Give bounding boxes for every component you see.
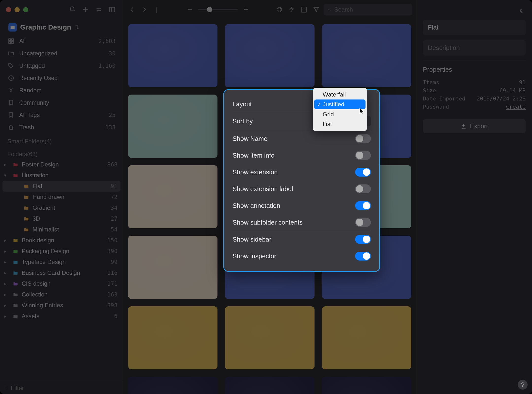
description-input[interactable]: Description: [423, 40, 526, 56]
zoom-slider[interactable]: [185, 5, 251, 15]
nav-all[interactable]: All2,603: [2, 35, 120, 47]
folder-icon: [12, 162, 19, 167]
subfolder-row[interactable]: 3D27: [2, 213, 120, 224]
folder-row[interactable]: ▸Typeface Design99: [2, 257, 120, 267]
toggle-label: Show extension: [233, 168, 278, 176]
subfolder-row[interactable]: Minimalist54: [2, 224, 120, 235]
bell-icon[interactable]: [67, 5, 77, 15]
layout-option[interactable]: Waterfall: [314, 90, 366, 99]
folder-row[interactable]: ▸Winning Entries398: [2, 300, 120, 311]
toggle-switch[interactable]: [355, 235, 371, 244]
fullscreen-window[interactable]: [23, 7, 28, 12]
folders-header[interactable]: Folders(63): [2, 146, 120, 159]
layout-icon[interactable]: [299, 5, 309, 15]
plus-icon[interactable]: [81, 5, 90, 15]
subfolder-row[interactable]: Flat91: [2, 181, 120, 192]
disclosure-icon[interactable]: ▾: [4, 172, 9, 178]
nav-trash[interactable]: Trash138: [2, 121, 120, 133]
toolbar: |: [123, 0, 416, 19]
toggle-switch[interactable]: [355, 184, 371, 193]
disclosure-icon[interactable]: ▸: [4, 270, 9, 276]
export-button[interactable]: Export: [423, 119, 526, 133]
thumbnail[interactable]: [128, 306, 217, 369]
folder-row[interactable]: ▸Business Card Design116: [2, 267, 120, 278]
library-title: Graphic Design: [20, 23, 71, 31]
toggle-switch[interactable]: [355, 252, 371, 261]
thumbnail[interactable]: [225, 24, 314, 87]
thumbnail[interactable]: [322, 24, 411, 87]
disclosure-icon[interactable]: ▸: [4, 313, 9, 319]
toggle-switch[interactable]: [355, 168, 371, 177]
folder-row[interactable]: ▸CIS design171: [2, 278, 120, 289]
search-box[interactable]: [324, 4, 412, 16]
thumbnail[interactable]: [128, 95, 217, 158]
layout-option[interactable]: List: [314, 119, 366, 129]
layout-option[interactable]: Grid: [314, 109, 366, 119]
pin-icon[interactable]: [518, 5, 526, 16]
folder-count: 34: [111, 205, 117, 211]
toggle-switch[interactable]: [355, 201, 371, 210]
toggle-switch[interactable]: [355, 151, 371, 160]
sidebar-toggle-icon[interactable]: [107, 5, 117, 15]
property-value[interactable]: Create: [506, 104, 526, 110]
disclosure-icon[interactable]: ▸: [4, 237, 9, 243]
thumbnail[interactable]: [128, 24, 217, 87]
svg-rect-2: [9, 39, 11, 41]
nav-recently-used[interactable]: Recently Used: [2, 72, 120, 84]
disclosure-icon[interactable]: ▸: [4, 248, 9, 254]
library-icon: [8, 23, 17, 32]
thumbnail[interactable]: [322, 306, 411, 369]
minimize-window[interactable]: [15, 7, 20, 12]
slider-knob[interactable]: [207, 7, 212, 12]
extension-icon[interactable]: [274, 5, 284, 15]
chevron-updown-icon: ⇅: [75, 24, 79, 31]
nav-label: All: [19, 38, 26, 45]
funnel-icon[interactable]: [311, 5, 321, 15]
disclosure-icon[interactable]: ▸: [4, 162, 9, 167]
minus-icon[interactable]: [185, 5, 195, 15]
library-header[interactable]: Graphic Design ⇅: [0, 21, 123, 34]
bolt-icon[interactable]: [287, 5, 297, 15]
nav-random[interactable]: Random: [2, 84, 120, 97]
swap-icon[interactable]: [94, 5, 104, 15]
thumbnail[interactable]: [322, 377, 411, 394]
nav-untagged[interactable]: Untagged1,160: [2, 60, 120, 72]
upload-icon: [461, 123, 466, 129]
nav-community[interactable]: Community: [2, 97, 120, 109]
nav-all-tags[interactable]: All Tags25: [2, 109, 120, 121]
svg-point-8: [329, 9, 330, 10]
thumbnail[interactable]: [128, 377, 217, 394]
search-input[interactable]: [334, 6, 408, 13]
plus-icon[interactable]: [241, 5, 251, 15]
folder-row[interactable]: ▾Illustration: [2, 170, 120, 181]
disclosure-icon[interactable]: ▸: [4, 302, 9, 308]
folder-row[interactable]: ▸Packaging Design390: [2, 246, 120, 257]
thumbnail[interactable]: [225, 377, 314, 394]
disclosure-icon[interactable]: ▸: [4, 259, 9, 265]
close-window[interactable]: [6, 7, 11, 12]
folder-row[interactable]: ▸Collection163: [2, 289, 120, 300]
folder-row[interactable]: ▸Poster Design868: [2, 159, 120, 170]
toggle-switch[interactable]: [355, 218, 371, 227]
layout-option[interactable]: Justified: [314, 99, 366, 109]
toggle-switch[interactable]: [355, 134, 371, 143]
filter-input[interactable]: [11, 385, 118, 392]
forward-button[interactable]: [139, 5, 149, 15]
nav-uncategorized[interactable]: Uncategorized30: [2, 47, 120, 60]
help-button[interactable]: ?: [518, 380, 528, 390]
subfolder-row[interactable]: Hand drawn72: [2, 192, 120, 202]
slider-track[interactable]: [198, 9, 238, 10]
disclosure-icon[interactable]: ▸: [4, 292, 9, 297]
toggle-label: Show inspector: [233, 252, 276, 260]
folder-icon: [12, 248, 19, 254]
smart-folders-header[interactable]: Smart Folders(4): [2, 133, 120, 146]
thumbnail[interactable]: [225, 306, 314, 369]
folder-row[interactable]: ▸Book design150: [2, 235, 120, 246]
folder-title-input[interactable]: Flat: [423, 20, 526, 35]
folder-row[interactable]: ▸Assets6: [2, 311, 120, 322]
thumbnail[interactable]: [128, 165, 217, 228]
subfolder-row[interactable]: Gradient34: [2, 202, 120, 213]
thumbnail[interactable]: [128, 236, 217, 299]
disclosure-icon[interactable]: ▸: [4, 281, 9, 287]
back-button[interactable]: [127, 5, 137, 15]
